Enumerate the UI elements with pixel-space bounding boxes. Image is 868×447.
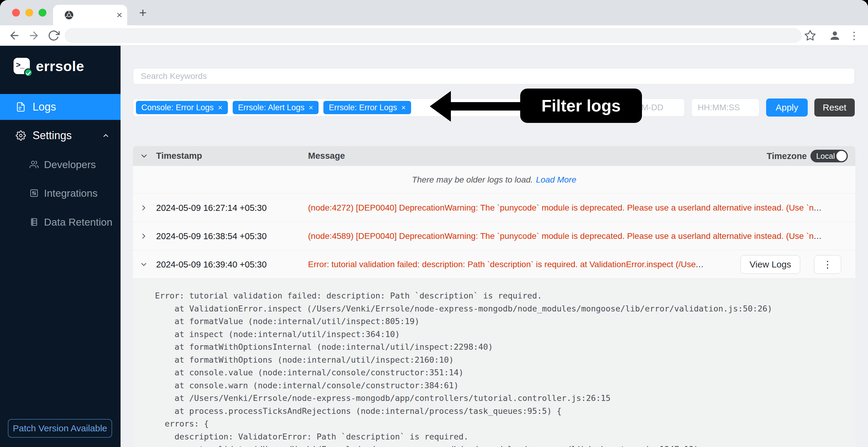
column-header-timestamp: Timestamp (156, 151, 202, 161)
log-message: (node:4589) [DEP0040] DeprecationWarning… (308, 231, 814, 241)
sidebar-item-integrations[interactable]: Integrations (0, 184, 121, 202)
expanded-log-detail: Error: tutorial validation failed: descr… (133, 279, 855, 447)
chevron-up-icon (102, 132, 110, 139)
sidebar-item-label: Developers (44, 159, 96, 170)
patch-version-button[interactable]: Patch Version Available (8, 419, 112, 438)
view-logs-button[interactable]: View Logs (741, 255, 800, 274)
reset-button[interactable]: Reset (814, 98, 855, 117)
file-text-icon (16, 102, 26, 112)
check-badge-icon (24, 68, 33, 77)
truncation-ellipsis: ... (814, 231, 822, 241)
table-header: Timestamp Message Timezone Local (133, 146, 855, 166)
sidebar: >_ errsole Logs Settings Developers Inte… (0, 46, 121, 447)
truncation-ellipsis: ... (814, 203, 822, 213)
macos-minimize-button[interactable] (25, 9, 33, 17)
timezone-control: Timezone Local (767, 150, 848, 162)
gear-icon (16, 130, 26, 141)
load-more-link[interactable]: Load More (536, 175, 576, 185)
chevron-down-icon[interactable] (140, 152, 149, 161)
chevron-down-icon[interactable] (140, 260, 148, 269)
sidebar-item-logs[interactable]: Logs (0, 94, 121, 120)
row-menu-button[interactable]: ⋮ (814, 255, 841, 274)
filter-tag[interactable]: Errsole: Error Logs× (323, 101, 411, 114)
reload-icon[interactable] (48, 30, 60, 41)
sidebar-item-label: Integrations (44, 187, 98, 199)
browser-menu-icon[interactable]: ⋮ (848, 30, 860, 41)
log-table: Timestamp Message Timezone Local There m… (133, 146, 855, 447)
back-icon[interactable] (8, 30, 21, 41)
tag-close-icon[interactable]: × (218, 103, 222, 112)
errsole-logo-icon: >_ (13, 58, 30, 74)
timezone-toggle[interactable]: Local (810, 150, 848, 162)
older-logs-notice: There may be older logs to load. Load Mo… (133, 166, 855, 194)
terminal-prompt-glyph: >_ (16, 60, 24, 70)
browser-window: × + ⋮ >_ errsole Logs Setti (0, 0, 868, 447)
database-icon (30, 218, 38, 226)
log-message: Error: tutorial validation failed: descr… (308, 260, 696, 269)
profile-avatar-icon[interactable] (829, 30, 841, 41)
log-row[interactable]: 2024-05-09 16:27:14 +05:30 (node:4272) [… (133, 194, 855, 222)
truncation-ellipsis: ... (696, 260, 704, 269)
filter-tag-label: Console: Error Logs (141, 103, 214, 113)
log-message: (node:4272) [DEP0040] DeprecationWarning… (308, 203, 814, 213)
brand-name: errsole (36, 58, 84, 74)
log-timestamp: 2024-05-09 16:39:40 +05:30 (156, 260, 267, 269)
toggle-knob (836, 151, 846, 161)
main-content: Console: Error Logs× Errsole: Alert Logs… (121, 46, 868, 447)
apply-button[interactable]: Apply (766, 98, 808, 117)
macos-zoom-button[interactable] (38, 9, 46, 17)
column-header-message: Message (308, 151, 345, 161)
sliders-box-icon (30, 189, 38, 198)
log-row-expanded[interactable]: 2024-05-09 16:39:40 +05:30 Error: tutori… (133, 250, 855, 279)
users-icon (30, 160, 38, 169)
sidebar-item-data-retention[interactable]: Data Retention (0, 213, 121, 231)
log-type-multiselect[interactable]: Console: Error Logs× Errsole: Alert Logs… (133, 98, 597, 117)
sidebar-item-label: Data Retention (44, 216, 113, 228)
sidebar-item-settings[interactable]: Settings (0, 123, 121, 148)
new-tab-button[interactable]: + (136, 7, 150, 20)
tag-close-icon[interactable]: × (401, 103, 406, 112)
filter-tag[interactable]: Errsole: Alert Logs× (233, 101, 318, 114)
sidebar-item-label: Logs (33, 101, 56, 113)
filter-tag-label: Errsole: Error Logs (329, 103, 397, 113)
log-row[interactable]: 2024-05-09 16:38:54 +05:30 (node:4589) [… (133, 222, 855, 250)
stack-trace: Error: tutorial validation failed: descr… (155, 289, 855, 447)
older-logs-text: There may be older logs to load. (412, 175, 533, 185)
chevron-right-icon[interactable] (140, 232, 148, 241)
log-timestamp: 2024-05-09 16:38:54 +05:30 (156, 231, 267, 241)
sidebar-item-label: Settings (33, 129, 72, 142)
bookmark-star-icon[interactable] (804, 30, 816, 41)
chrome-icon (64, 10, 74, 20)
sidebar-item-developers[interactable]: Developers (0, 156, 121, 173)
tab-close-icon[interactable]: × (116, 9, 122, 21)
filter-row: Console: Error Logs× Errsole: Alert Logs… (133, 98, 855, 117)
search-input[interactable] (133, 68, 855, 84)
macos-close-button[interactable] (12, 9, 20, 17)
log-timestamp: 2024-05-09 16:27:14 +05:30 (156, 203, 267, 213)
filter-tag-label: Errsole: Alert Logs (238, 103, 305, 113)
time-input[interactable] (691, 98, 760, 117)
browser-tabstrip: × + (0, 0, 868, 25)
forward-icon[interactable] (28, 30, 40, 41)
timezone-value: Local (816, 152, 835, 161)
filter-tag[interactable]: Console: Error Logs× (136, 101, 228, 114)
browser-tab[interactable]: × (53, 5, 127, 25)
address-bar[interactable] (65, 28, 801, 43)
date-input[interactable] (603, 98, 685, 117)
timezone-label: Timezone (767, 151, 807, 161)
tag-close-icon[interactable]: × (309, 103, 313, 112)
brand: >_ errsole (13, 57, 84, 75)
chevron-right-icon[interactable] (140, 203, 148, 212)
browser-toolbar: ⋮ (0, 25, 868, 46)
